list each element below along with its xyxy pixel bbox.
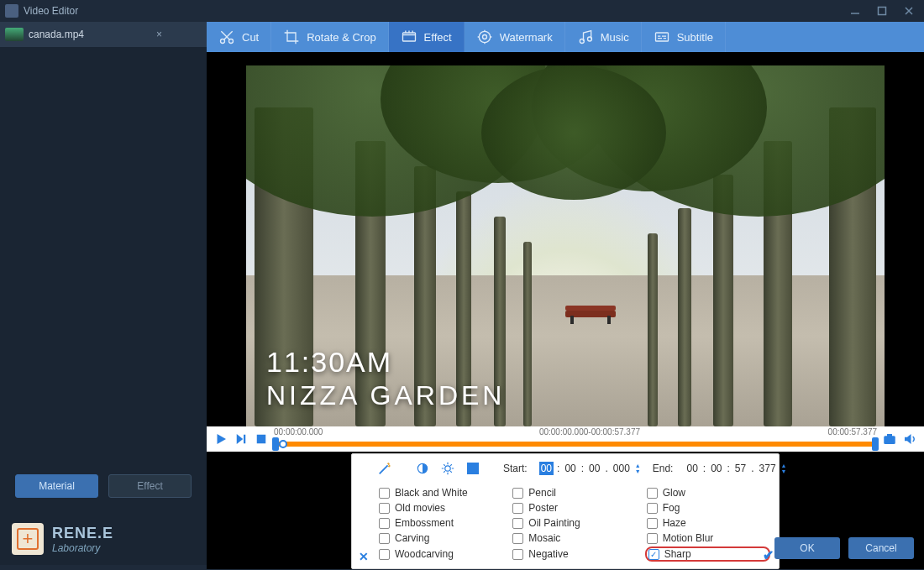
toolbar-watermark[interactable]: Watermark [465, 22, 565, 52]
maximize-button[interactable] [869, 0, 895, 22]
music-icon [577, 29, 594, 45]
toolbar-subtitle[interactable]: Subtitle [642, 22, 726, 52]
effect-checkbox-mosaic[interactable]: Mosaic [511, 531, 636, 545]
timeline[interactable]: 00:00:00.000 00:00:00.000-00:00:57.377 0… [274, 426, 877, 452]
minimize-button[interactable] [842, 0, 869, 22]
file-name: canada.mp4 [29, 29, 84, 40]
sidebar-tab-material[interactable]: Material [15, 474, 98, 498]
time-start-label: 00:00:00.000 [274, 427, 323, 437]
checkbox-icon [512, 549, 523, 560]
effect-checkbox-haze[interactable]: Haze [645, 516, 770, 530]
effect-checkbox-old-movies[interactable]: Old movies [377, 501, 502, 515]
preview-overlay: 11:30AM NIZZA GARDEN [266, 346, 505, 411]
time-range-label: 00:00:00.000-00:00:57.377 [539, 427, 640, 437]
effect-checkbox-black-and-white[interactable]: Black and White [377, 486, 502, 499]
checkbox-icon [512, 488, 523, 499]
effect-label: Sharp [664, 548, 691, 560]
app-title: Video Editor [24, 5, 78, 17]
effect-checkbox-motion-blur[interactable]: Motion Blur [645, 531, 770, 545]
checkbox-icon [512, 518, 523, 529]
playhead[interactable] [279, 440, 287, 448]
start-time-spinner[interactable]: ▲▼ [635, 463, 641, 474]
toolbar-cut[interactable]: Cut [207, 22, 271, 52]
toolbar-rotate-crop[interactable]: Rotate & Crop [271, 22, 388, 52]
effect-label: Negative [528, 548, 568, 560]
checkbox-icon [379, 533, 390, 544]
file-tab[interactable]: canada.mp4 × [5, 28, 162, 41]
brightness-icon[interactable] [441, 461, 454, 476]
close-window-button[interactable] [895, 0, 922, 22]
checkbox-icon [647, 518, 658, 529]
start-time-field[interactable]: 00: 00: 00. 000 ▲▼ [539, 462, 641, 475]
end-time-field[interactable]: 00: 00: 57. 377 ▲▼ [685, 462, 786, 475]
brand-line2: Laboratory [52, 543, 113, 553]
effect-checkbox-fog[interactable]: Fog [645, 501, 770, 515]
watermark-icon [476, 29, 493, 45]
effect-icon [401, 29, 417, 45]
effect-checkbox-carving[interactable]: Carving [377, 531, 502, 545]
end-label: End: [653, 463, 674, 474]
checkbox-icon: ✓ [648, 549, 659, 560]
title-bar: Video Editor [0, 0, 924, 22]
effect-checkbox-pencil[interactable]: Pencil [511, 486, 636, 499]
effect-label: Poster [528, 502, 558, 514]
effect-label: Fog [663, 502, 680, 514]
end-time-spinner[interactable]: ▲▼ [781, 463, 787, 474]
checkbox-icon [647, 503, 658, 514]
effect-checkbox-poster[interactable]: Poster [511, 501, 636, 515]
overlay-time: 11:30AM [266, 346, 505, 379]
brand-line1: RENE.E [52, 526, 113, 541]
volume-button[interactable] [902, 431, 917, 447]
app-icon [5, 4, 18, 18]
checkbox-icon [379, 549, 390, 560]
effect-label: Pencil [528, 487, 556, 499]
effect-label: Glow [663, 487, 685, 499]
panel-confirm-icon[interactable]: ✔ [763, 547, 774, 563]
svg-point-4 [479, 31, 490, 42]
effect-label: Carving [395, 532, 429, 544]
effect-checkbox-negative[interactable]: Negative [511, 546, 636, 562]
svg-point-5 [482, 35, 486, 39]
file-thumbnail-icon [5, 28, 24, 41]
effect-checkbox-oil-painting[interactable]: Oil Painting [511, 516, 636, 530]
effect-label: Embossment [395, 517, 454, 529]
checkbox-icon [379, 518, 390, 529]
svg-rect-9 [244, 435, 245, 444]
effect-checkbox-embossment[interactable]: Embossment [377, 516, 502, 530]
play-button[interactable] [213, 431, 228, 447]
effect-label: Motion Blur [663, 532, 714, 544]
panel-close-icon[interactable]: ✕ [359, 550, 369, 563]
magic-wand-icon[interactable] [377, 461, 392, 476]
sidebar: canada.mp4 × Material Effect + RENE.E La… [0, 22, 207, 565]
file-tab-close-icon[interactable]: × [156, 29, 162, 40]
trim-handle-right[interactable] [872, 437, 879, 451]
trim-handle-left[interactable] [272, 437, 279, 451]
video-preview[interactable]: 11:30AM NIZZA GARDEN [246, 65, 885, 426]
sidebar-tab-effect[interactable]: Effect [108, 474, 192, 498]
play-next-button[interactable] [234, 431, 249, 447]
effect-label: Haze [663, 517, 686, 529]
brand: + RENE.E Laboratory [0, 516, 207, 565]
svg-rect-10 [257, 435, 266, 444]
svg-rect-8 [655, 33, 668, 41]
cancel-button[interactable]: Cancel [848, 537, 914, 559]
checkbox-icon [647, 533, 658, 544]
effect-label: Mosaic [528, 532, 560, 544]
start-label: Start: [503, 463, 528, 474]
color-fill-icon[interactable] [466, 461, 480, 476]
playback-bar: 00:00:00.000 00:00:00.000-00:00:57.377 0… [207, 426, 924, 452]
contrast-icon[interactable] [416, 461, 429, 476]
toolbar-music[interactable]: Music [565, 22, 642, 52]
stop-button[interactable] [254, 431, 269, 447]
ok-button[interactable]: OK [774, 537, 840, 559]
effect-checkbox-glow[interactable]: Glow [645, 486, 770, 499]
snapshot-button[interactable] [882, 431, 897, 447]
effect-checkbox-sharp[interactable]: ✓Sharp [645, 546, 770, 562]
effect-label: Old movies [395, 502, 445, 514]
svg-point-15 [445, 466, 450, 471]
effect-checkbox-woodcarving[interactable]: Woodcarving [377, 546, 502, 562]
effect-label: Oil Painting [528, 517, 580, 529]
checkbox-icon [379, 503, 390, 514]
effect-label: Woodcarving [395, 548, 454, 560]
toolbar-effect[interactable]: Effect [389, 22, 465, 52]
